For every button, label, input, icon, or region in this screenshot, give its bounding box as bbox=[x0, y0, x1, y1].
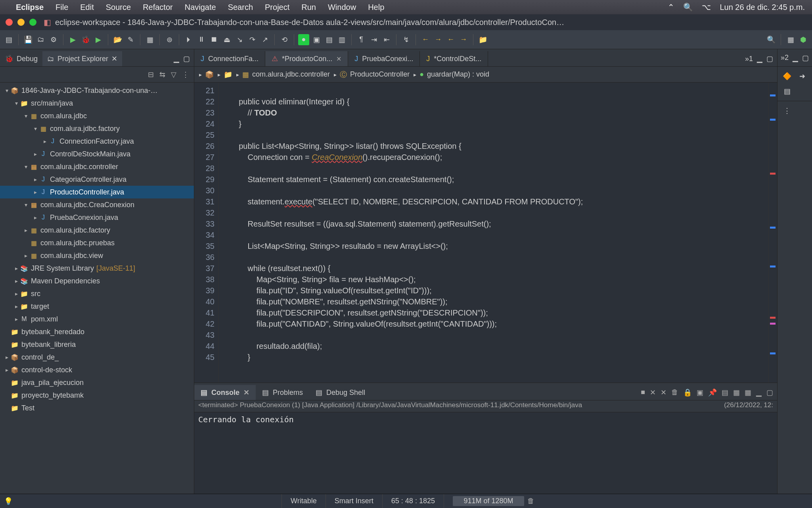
restore-view-button[interactable]: ▁ bbox=[793, 54, 798, 62]
menu-refactor[interactable]: Refactor bbox=[143, 3, 173, 12]
twistie-icon[interactable]: ▾ bbox=[32, 125, 39, 132]
annotation-nav-button[interactable]: ↯ bbox=[400, 34, 412, 45]
tree-item[interactable]: ▦com.alura.jdbc.pruebas bbox=[0, 237, 194, 249]
resume-button[interactable]: ⏵ bbox=[183, 34, 194, 45]
toggle-mark-occurrences-button[interactable]: ● bbox=[298, 34, 309, 45]
menu-search[interactable]: Search bbox=[228, 3, 253, 12]
step-into-button[interactable]: ↘ bbox=[234, 34, 245, 45]
breadcrumb-item[interactable]: 📦 bbox=[199, 70, 214, 79]
expressions-view-icon[interactable]: ▤ bbox=[781, 86, 793, 97]
step-over-button[interactable]: ↷ bbox=[247, 34, 258, 45]
tree-item[interactable]: ▸JConnectionFactory.java bbox=[0, 135, 194, 148]
tree-item[interactable]: ▸📁src bbox=[0, 287, 194, 300]
menu-navigate[interactable]: Navigate bbox=[185, 3, 216, 12]
scroll-lock-button[interactable]: 🔒 bbox=[683, 388, 692, 397]
twistie-icon[interactable]: ▸ bbox=[13, 316, 20, 322]
menubar-clock[interactable]: Lun 26 de dic. 2:45 p.m. bbox=[720, 3, 805, 12]
pilcrow-icon[interactable]: ¶ bbox=[356, 34, 367, 45]
window-zoom-button[interactable] bbox=[29, 19, 36, 26]
build-button[interactable]: ⚙ bbox=[48, 34, 59, 45]
tree-item[interactable]: ▸▦com.alura.jdbc.factory bbox=[0, 224, 194, 237]
quick-access-button[interactable]: 🔍 bbox=[766, 34, 777, 45]
tree-item[interactable]: ▾📦1846-Java-y-JDBC-Trabajando-con-una-… bbox=[0, 84, 194, 97]
twistie-icon[interactable]: ▸ bbox=[22, 227, 29, 233]
bottom-tab-console[interactable]: ▤Console✕ bbox=[194, 385, 256, 400]
wifi-icon[interactable]: ⌃ bbox=[668, 2, 674, 12]
twistie-icon[interactable]: ▸ bbox=[3, 367, 10, 373]
menu-window[interactable]: Window bbox=[328, 3, 356, 12]
tree-item[interactable]: ▸📚JRE System Library [JavaSE-11] bbox=[0, 262, 194, 275]
close-tab-button[interactable]: ✕ bbox=[336, 55, 341, 63]
remove-launch-button[interactable]: ✕ bbox=[650, 388, 656, 397]
breakpoints-view-icon[interactable]: ➜ bbox=[797, 71, 808, 82]
twistie-icon[interactable]: ▾ bbox=[22, 113, 29, 119]
window-minimize-button[interactable] bbox=[17, 19, 25, 26]
line-gutter[interactable]: 2122⊖23242526⊖2728293031⛔32333435●363738… bbox=[194, 83, 219, 383]
window-close-button[interactable] bbox=[6, 19, 13, 26]
overview-ruler[interactable] bbox=[768, 83, 777, 383]
step-return-button[interactable]: ↗ bbox=[259, 34, 270, 45]
heap-status[interactable]: 911M of 1280M 🗑 bbox=[444, 494, 543, 508]
code-editor[interactable]: 2122⊖23242526⊖2728293031⛔32333435●363738… bbox=[194, 83, 777, 383]
collapse-all-button[interactable]: ⊟ bbox=[148, 70, 154, 79]
nav-back-button[interactable]: ← bbox=[420, 34, 431, 45]
tree-item[interactable]: ▸📁target bbox=[0, 300, 194, 313]
gc-button[interactable]: 🗑 bbox=[527, 497, 534, 505]
tip-icon[interactable]: 💡 bbox=[4, 497, 13, 506]
next-annotation-button[interactable]: → bbox=[458, 34, 469, 45]
outline-view-menu-icon[interactable]: ⋮ bbox=[781, 105, 793, 116]
twistie-icon[interactable]: ▸ bbox=[13, 291, 20, 297]
tree-item[interactable]: ▾▦com.alura.jdbc bbox=[0, 110, 194, 122]
show-whitespace-button[interactable]: ▤ bbox=[324, 34, 335, 45]
twistie-icon[interactable]: ▾ bbox=[13, 100, 20, 106]
suspend-button[interactable]: ⏸ bbox=[196, 34, 207, 45]
disconnect-button[interactable]: ⏏ bbox=[221, 34, 232, 45]
tree-item[interactable]: ▸Mpom.xml bbox=[0, 313, 194, 325]
remove-all-button[interactable]: ✕ bbox=[661, 388, 666, 397]
twistie-icon[interactable]: ▸ bbox=[32, 214, 39, 221]
twistie-icon[interactable]: ▾ bbox=[3, 87, 10, 94]
terminate-button[interactable]: ■ bbox=[641, 388, 645, 397]
breadcrumb-item[interactable]: ⒸProductoController bbox=[334, 70, 410, 79]
breadcrumb-item[interactable]: ▦com.alura.jdbc.controller bbox=[236, 70, 330, 79]
tree-item[interactable]: 📁bytebank_heredado bbox=[0, 325, 194, 338]
tree-item[interactable]: ▾📁src/main/java bbox=[0, 97, 194, 110]
show-console-button[interactable]: ▣ bbox=[697, 388, 703, 397]
open-task-button[interactable]: ✎ bbox=[125, 34, 136, 45]
filter-button[interactable]: ▽ bbox=[171, 70, 176, 79]
bottom-tab-problems[interactable]: ▤Problems bbox=[256, 385, 309, 400]
tree-item[interactable]: ▸📦control_de_ bbox=[0, 351, 194, 364]
right-overflow-indicator[interactable]: »2 bbox=[781, 54, 789, 62]
maximize-editor-button[interactable]: ▢ bbox=[766, 54, 773, 63]
toggle-word-wrap-button[interactable]: ▥ bbox=[336, 34, 347, 45]
drop-frame-button[interactable]: ⟲ bbox=[279, 34, 290, 45]
nav-forward-button[interactable]: → bbox=[433, 34, 444, 45]
tree-item[interactable]: ▸JProductoController.java bbox=[0, 186, 194, 198]
save-button[interactable]: 💾 bbox=[23, 34, 34, 45]
maximize-button[interactable]: ▢ bbox=[766, 388, 773, 397]
twistie-icon[interactable]: ▸ bbox=[13, 303, 20, 310]
save-all-button[interactable]: 🗂 bbox=[35, 34, 46, 45]
control-center-icon[interactable]: ⌥ bbox=[702, 2, 711, 12]
tree-item[interactable]: ▸JCategoriaController.java bbox=[0, 173, 194, 186]
twistie-icon[interactable]: ▸ bbox=[41, 138, 48, 144]
toggle-block-selection-button[interactable]: ▣ bbox=[311, 34, 322, 45]
minimize-view-button[interactable]: ▁ bbox=[174, 54, 179, 63]
debug-view-tab[interactable]: 🐞 Debug bbox=[0, 51, 42, 66]
twistie-icon[interactable]: ▾ bbox=[22, 202, 29, 208]
menu-project[interactable]: Project bbox=[265, 3, 289, 12]
new-console-button[interactable]: ▦ bbox=[745, 388, 751, 397]
twistie-icon[interactable]: ▸ bbox=[13, 278, 20, 284]
menu-help[interactable]: Help bbox=[368, 3, 384, 12]
tab-overflow-button[interactable]: »1 bbox=[745, 55, 753, 63]
tree-item[interactable]: ▸📦control-de-stock bbox=[0, 364, 194, 376]
editor-tab[interactable]: JPruebaConexi... bbox=[348, 51, 420, 66]
search-button[interactable]: ⊚ bbox=[164, 34, 175, 45]
variables-view-icon[interactable]: 🔶 bbox=[781, 71, 793, 82]
menu-run[interactable]: Run bbox=[301, 3, 316, 12]
shift-right-button[interactable]: ⇥ bbox=[368, 34, 379, 45]
twistie-icon[interactable]: ▸ bbox=[3, 354, 10, 360]
tree-item[interactable]: 📁proyecto_bytebamk bbox=[0, 389, 194, 402]
tree-item[interactable]: ▾▦com.alura.jdbc.controller bbox=[0, 160, 194, 173]
spotlight-icon[interactable]: 🔍 bbox=[683, 2, 693, 12]
